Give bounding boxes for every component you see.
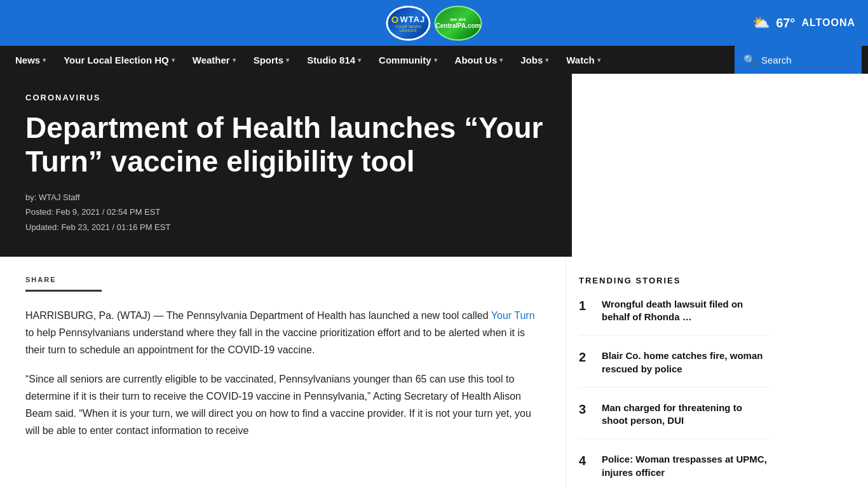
nav-item-community[interactable]: Community ▾ bbox=[370, 46, 446, 74]
article-hero: CORONAVIRUS Department of Health launche… bbox=[0, 74, 572, 257]
trending-headline-2[interactable]: Blair Co. home catches fire, woman rescu… bbox=[602, 349, 769, 376]
wtaj-logo[interactable]: O WTAJ YOUR NEWS LEADER bbox=[386, 6, 431, 41]
your-turn-link[interactable]: Your Turn bbox=[491, 310, 535, 321]
nav-item-aboutus[interactable]: About Us ▾ bbox=[446, 46, 512, 74]
centralpa-logo[interactable]: we are CentralPA.com bbox=[435, 6, 482, 41]
article-title: Department of Health launches “Your Turn… bbox=[25, 111, 546, 179]
updated-date: Feb 23, 2021 / 01:16 PM EST bbox=[61, 222, 170, 232]
nav-item-jobs[interactable]: Jobs ▾ bbox=[512, 46, 557, 74]
nav-item-weather[interactable]: Weather ▾ bbox=[184, 46, 245, 74]
nav-arrow-jobs: ▾ bbox=[545, 57, 548, 64]
trending-headline-4[interactable]: Police: Woman trespasses at UPMC, injure… bbox=[602, 453, 769, 479]
nav-arrow-aboutus: ▾ bbox=[499, 57, 503, 64]
trending-headline-3[interactable]: Man charged for threatening to shoot per… bbox=[602, 402, 769, 428]
trending-number-1: 1 bbox=[579, 298, 593, 313]
wtaj-text: WTAJ bbox=[400, 15, 425, 24]
posted-date: Feb 9, 2021 / 02:54 PM EST bbox=[56, 207, 161, 217]
nav-item-watch[interactable]: Watch ▾ bbox=[557, 46, 609, 74]
article-text-1b: to help Pennsylvanians understand where … bbox=[25, 327, 525, 355]
main-nav: News ▾ Your Local Election HQ ▾ Weather … bbox=[0, 46, 868, 74]
trending-number-4: 4 bbox=[579, 453, 593, 468]
nav-arrow-watch: ▾ bbox=[597, 57, 600, 64]
article-paragraph-1: HARRISBURG, Pa. (WTAJ) — The Pennsylvani… bbox=[25, 307, 540, 359]
nav-arrow-news: ▾ bbox=[43, 57, 46, 64]
article-body: SHARE HARRISBURG, Pa. (WTAJ) — The Penns… bbox=[0, 257, 566, 488]
trending-number-2: 2 bbox=[579, 349, 593, 365]
wtaj-sub: YOUR NEWS LEADER bbox=[388, 25, 429, 32]
search-icon: 🔍 bbox=[743, 54, 756, 66]
article-byline: by: WTAJ Staff Posted: Feb 9, 2021 / 02:… bbox=[25, 190, 546, 234]
trending-item-1[interactable]: 1 Wrongful death lawsuit filed on behalf… bbox=[579, 298, 769, 336]
main-container: SHARE HARRISBURG, Pa. (WTAJ) — The Penns… bbox=[0, 257, 868, 488]
search-label: Search bbox=[761, 55, 792, 65]
nav-arrow-studio814: ▾ bbox=[358, 57, 361, 64]
site-logo[interactable]: O WTAJ YOUR NEWS LEADER we are CentralPA… bbox=[386, 6, 482, 41]
header-weather: ⛅ 67° ALTOONA bbox=[752, 15, 855, 31]
trending-headline-1[interactable]: Wrongful death lawsuit filed on behalf o… bbox=[602, 298, 769, 324]
weather-location: ALTOONA bbox=[801, 17, 855, 29]
nav-arrow-community: ▾ bbox=[434, 57, 437, 64]
share-label: SHARE bbox=[25, 276, 540, 283]
article-author: WTAJ Staff bbox=[39, 193, 80, 202]
article-paragraph-2: “Since all seniors are currently eligibl… bbox=[25, 370, 540, 440]
share-divider bbox=[25, 290, 102, 292]
trending-item-3[interactable]: 3 Man charged for threatening to shoot p… bbox=[579, 402, 769, 440]
nav-arrow-sports: ▾ bbox=[286, 57, 289, 64]
updated-label: Updated: bbox=[25, 222, 59, 232]
nav-arrow-election: ▾ bbox=[172, 57, 175, 64]
sidebar: TRENDING STORIES 1 Wrongful death lawsui… bbox=[566, 257, 782, 488]
nav-item-news[interactable]: News ▾ bbox=[6, 46, 55, 74]
weather-temp: 67° bbox=[776, 16, 795, 30]
trending-number-3: 3 bbox=[579, 402, 593, 417]
centralpa-we: we are bbox=[451, 17, 466, 22]
trending-item-2[interactable]: 2 Blair Co. home catches fire, woman res… bbox=[579, 349, 769, 388]
byline-label: by: bbox=[25, 193, 36, 202]
nav-item-sports[interactable]: Sports ▾ bbox=[245, 46, 299, 74]
article-text-1a: HARRISBURG, Pa. (WTAJ) — The Pennsylvani… bbox=[25, 310, 491, 321]
trending-title: TRENDING STORIES bbox=[579, 276, 769, 285]
posted-label: Posted: bbox=[25, 207, 53, 217]
trending-item-4[interactable]: 4 Police: Woman trespasses at UPMC, inju… bbox=[579, 453, 769, 488]
site-header: O WTAJ YOUR NEWS LEADER we are CentralPA… bbox=[0, 0, 868, 46]
weather-icon: ⛅ bbox=[752, 15, 770, 31]
article-category: CORONAVIRUS bbox=[25, 93, 546, 102]
centralpa-main: CentralPA.com bbox=[436, 22, 481, 29]
nav-item-studio814[interactable]: Studio 814 ▾ bbox=[298, 46, 370, 74]
nav-item-election[interactable]: Your Local Election HQ ▾ bbox=[55, 46, 184, 74]
nav-arrow-weather: ▾ bbox=[233, 57, 236, 64]
search-bar[interactable]: 🔍 Search bbox=[735, 46, 862, 74]
